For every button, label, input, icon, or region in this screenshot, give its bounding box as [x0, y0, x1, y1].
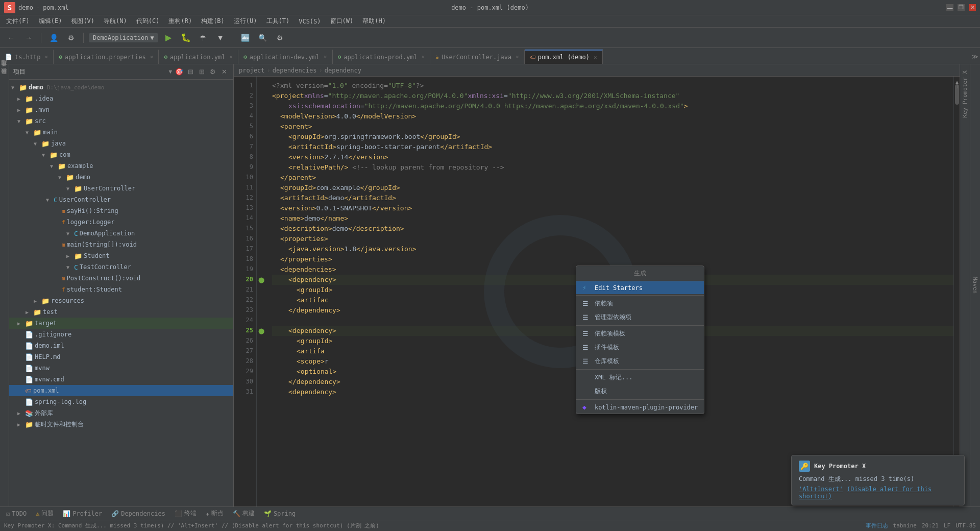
tab-app-dev-yml[interactable]: ⚙ application-dev.yml ×	[238, 50, 333, 64]
tree-help-md[interactable]: 📄 HELP.md	[9, 351, 233, 363]
menu-edit[interactable]: 编辑(E)	[35, 16, 66, 27]
menu-view[interactable]: 视图(V)	[67, 16, 99, 27]
window-controls[interactable]: — ❐ ✕	[946, 4, 976, 11]
tab-terminal[interactable]: ⬛ 终端	[170, 508, 201, 519]
menu-run[interactable]: 运行(U)	[230, 16, 261, 27]
tab-app-yml[interactable]: ⚙ application.yml ×	[159, 50, 238, 64]
tree-root-demo[interactable]: ▼ 📁 demo D:\java_code\demo	[9, 82, 233, 93]
coverage-button[interactable]: ☂	[196, 31, 210, 45]
menu-item-managed-dep[interactable]: ☰ 管理型依赖项	[576, 310, 704, 324]
tab-breakpoints[interactable]: ⬧ 断点	[202, 508, 228, 519]
gutter-run-20[interactable]: ⬤	[257, 275, 266, 285]
tree-mvn[interactable]: ▶ 📁 .mvn	[9, 104, 233, 115]
tab-problems[interactable]: ⚠ 问题	[32, 508, 58, 519]
tree-spring-log[interactable]: 📄 spring-log.log	[9, 396, 233, 407]
tree-resources[interactable]: ▶ 📁 resources	[9, 295, 233, 306]
translate-button[interactable]: 🔤	[238, 31, 253, 45]
locate-file-button[interactable]: 🎯	[174, 67, 184, 77]
run-config-selector[interactable]: DemoApplication ▼	[89, 33, 158, 42]
tab-close[interactable]: ×	[516, 54, 519, 60]
menu-item-edit-starters[interactable]: ⚡ Edit Starters	[576, 281, 704, 294]
forward-button[interactable]: →	[21, 31, 36, 45]
validator-tab[interactable]: 校验器	[0, 75, 9, 83]
kp-shortcut[interactable]: 'Alt+Insert'	[799, 486, 843, 493]
run-button[interactable]: ▶	[161, 31, 176, 45]
gutter-run-25[interactable]: ⬤	[257, 326, 266, 336]
tree-test[interactable]: ▶ 📁 test	[9, 306, 233, 318]
tab-close[interactable]: ×	[594, 54, 597, 61]
menu-item-xml-mark[interactable]: XML 标记...	[576, 371, 704, 384]
tree-com[interactable]: ▼ 📁 com	[9, 149, 233, 160]
tree-temp-files[interactable]: ▶ 📁 临时文件和控制台	[9, 419, 233, 430]
menu-refactor[interactable]: 重构(R)	[164, 16, 196, 27]
tree-student-field[interactable]: f student:Student	[9, 284, 233, 295]
settings-button[interactable]: ⚙	[208, 67, 218, 77]
tree-demo-iml[interactable]: 📄 demo.iml	[9, 340, 233, 351]
tree-demoapplication-class[interactable]: ▼ C DemoApplication	[9, 228, 233, 239]
maximize-button[interactable]: ❐	[958, 4, 965, 11]
breadcrumb-dependency[interactable]: dependency	[325, 67, 361, 74]
menu-item-plugin-template[interactable]: ☰ 插件模板	[576, 341, 704, 354]
tree-postconstruct-method[interactable]: m PostConstruct():void	[9, 273, 233, 284]
menu-item-dependency[interactable]: ☰ 依赖项	[576, 297, 704, 310]
tree-target[interactable]: ▶ 📁 target	[9, 318, 233, 329]
maven-label[interactable]: Maven	[972, 277, 978, 294]
tab-close[interactable]: ×	[45, 54, 48, 60]
minimize-button[interactable]: —	[946, 4, 953, 11]
tree-usercontroller-folder[interactable]: ▼ 📁 UserController	[9, 183, 233, 194]
tree-gitignore[interactable]: 📄 .gitignore	[9, 329, 233, 340]
menu-navigate[interactable]: 导航(N)	[100, 16, 131, 27]
tab-more-button[interactable]: ≫	[970, 50, 980, 64]
menu-item-repo-template[interactable]: ☰ 仓库模板	[576, 354, 704, 368]
tree-usercontroller-class[interactable]: ▼ C UserController	[9, 194, 233, 205]
tab-build[interactable]: 🔨 构建	[229, 508, 259, 519]
tab-profiler[interactable]: 📊 Profiler	[59, 508, 106, 519]
tab-app-prod-yml[interactable]: ⚙ application-prod.yml ×	[333, 50, 431, 64]
tree-testcontroller-class[interactable]: ▼ C TestController	[9, 261, 233, 273]
menu-window[interactable]: 窗口(W)	[326, 16, 358, 27]
back-button[interactable]: ←	[4, 31, 18, 45]
collapse-all-button[interactable]: ⊟	[185, 67, 195, 77]
line-separator[interactable]: LF	[944, 522, 950, 529]
encoding[interactable]: UTF-85	[955, 522, 976, 529]
scrollbar-track[interactable]: ▲ 1 ▼	[953, 77, 960, 506]
tab-dependencies[interactable]: 🔗 Dependencies	[107, 508, 169, 519]
tab-close[interactable]: ×	[229, 54, 233, 60]
tree-idea[interactable]: ▶ 📁 .idea	[9, 93, 233, 104]
hide-button[interactable]: ✕	[219, 67, 229, 77]
user-icon[interactable]: 👤	[46, 31, 61, 45]
tree-sayhi-method[interactable]: m sayHi():String	[9, 205, 233, 216]
tabnine-indicator[interactable]: tabnine	[893, 522, 917, 529]
debug-button[interactable]: 🐛	[179, 31, 193, 45]
tree-mvnw-cmd[interactable]: 📄 mvnw.cmd	[9, 374, 233, 385]
breadcrumb-dependencies[interactable]: dependencies	[273, 67, 317, 74]
menu-help[interactable]: 帮助(H)	[358, 16, 390, 27]
tree-java[interactable]: ▼ 📁 java	[9, 138, 233, 149]
tree-example[interactable]: ▼ 📁 example	[9, 160, 233, 172]
build-tools-tab[interactable]: 构建工具	[0, 66, 9, 75]
tab-close[interactable]: ×	[422, 54, 425, 60]
tab-close[interactable]: ×	[324, 54, 327, 60]
menu-item-dep-template[interactable]: ☰ 依赖项模板	[576, 327, 704, 341]
menu-file[interactable]: 文件(F)	[2, 16, 34, 27]
more-run-button[interactable]: ▼	[213, 31, 228, 45]
search-button[interactable]: 🔍	[256, 31, 270, 45]
tab-pom-xml[interactable]: 🏷 pom.xml (demo) ×	[525, 50, 603, 64]
tree-mvnw[interactable]: 📄 mvnw	[9, 363, 233, 374]
tab-todo[interactable]: ☑ TODO	[2, 508, 31, 519]
tree-external-libs[interactable]: ▶ 📚 外部库	[9, 407, 233, 419]
expand-all-button[interactable]: ⊞	[197, 67, 207, 77]
tree-main[interactable]: ▼ 📁 main	[9, 127, 233, 138]
key-promoter-tab[interactable]: Key Promoter X	[961, 66, 969, 122]
gear-button[interactable]: ⚙	[273, 31, 287, 45]
tree-logger-field[interactable]: f logger:Logger	[9, 216, 233, 228]
code-editor[interactable]: 1 2 3 4 5 6 7 8 9 10 11 12 13 14 15 16 1…	[234, 77, 960, 506]
tree-demo-pkg[interactable]: ▼ 📁 demo	[9, 172, 233, 183]
menu-build[interactable]: 构建(B)	[197, 16, 229, 27]
close-button[interactable]: ✕	[969, 4, 976, 11]
menu-item-copyright[interactable]: 版权	[576, 384, 704, 398]
menu-tools[interactable]: 工具(T)	[262, 16, 294, 27]
breadcrumb-project[interactable]: project	[239, 67, 265, 74]
event-log-button[interactable]: 事件日志	[866, 522, 888, 529]
tree-student-folder[interactable]: ▶ 📁 Student	[9, 250, 233, 261]
